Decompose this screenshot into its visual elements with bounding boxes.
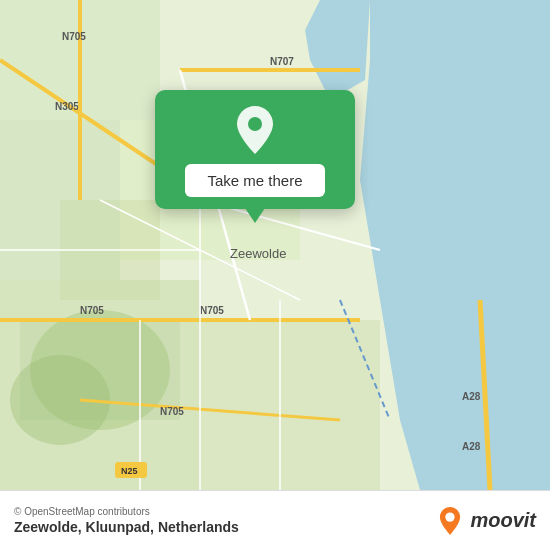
svg-point-36 (446, 512, 455, 521)
svg-text:Zeewolde: Zeewolde (230, 246, 286, 261)
bottom-bar: © OpenStreetMap contributors Zeewolde, K… (0, 490, 550, 550)
svg-text:N305: N305 (55, 101, 79, 112)
take-me-there-button[interactable]: Take me there (185, 164, 324, 197)
svg-text:N705: N705 (62, 31, 86, 42)
svg-point-35 (248, 117, 262, 131)
svg-text:N705: N705 (200, 305, 224, 316)
location-popup: Take me there (155, 90, 355, 209)
copyright-text: © OpenStreetMap contributors (14, 506, 239, 517)
moovit-wordmark: moovit (470, 509, 536, 532)
pin-icon (231, 106, 279, 154)
moovit-logo: moovit (436, 507, 536, 535)
svg-rect-5 (200, 320, 380, 490)
map-container: N707 N305 N705 N705 N705 N705 A28 A28 N2… (0, 0, 550, 490)
svg-text:N707: N707 (270, 56, 294, 67)
svg-text:N705: N705 (80, 305, 104, 316)
svg-text:N705: N705 (160, 406, 184, 417)
location-info: © OpenStreetMap contributors Zeewolde, K… (14, 506, 239, 535)
map-svg: N707 N305 N705 N705 N705 N705 A28 A28 N2… (0, 0, 550, 490)
moovit-pin-icon (436, 507, 464, 535)
location-name: Zeewolde, Kluunpad, Netherlands (14, 519, 239, 535)
svg-text:N25: N25 (121, 466, 138, 476)
svg-text:A28: A28 (462, 391, 481, 402)
svg-text:A28: A28 (462, 441, 481, 452)
